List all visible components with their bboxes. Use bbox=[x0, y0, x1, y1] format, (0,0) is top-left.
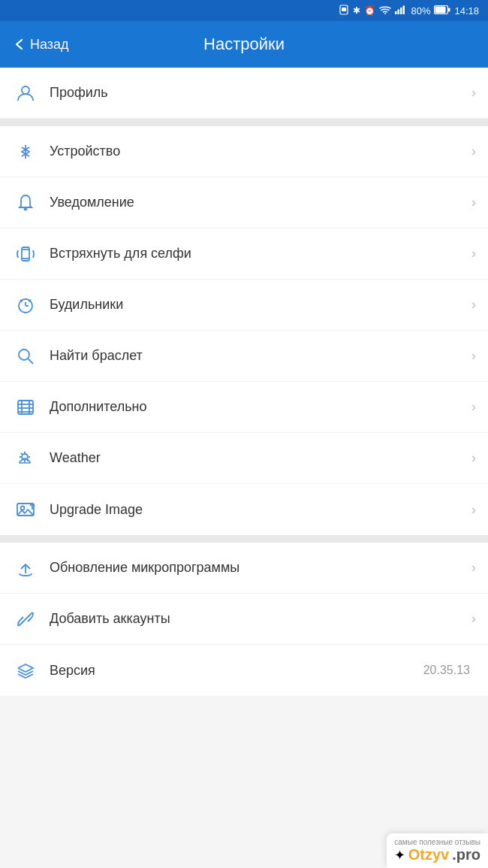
menu-item-additional[interactable]: Дополнительно › bbox=[0, 382, 488, 433]
menu-item-device[interactable]: Устройство › bbox=[0, 126, 488, 177]
menu-item-find[interactable]: Найти браслет › bbox=[0, 331, 488, 382]
notification-label: Уведомление bbox=[50, 195, 471, 210]
svg-rect-6 bbox=[403, 5, 405, 14]
image-upgrade-icon bbox=[12, 496, 39, 523]
wifi-icon bbox=[379, 5, 391, 17]
clock-icon bbox=[12, 292, 39, 319]
separator-1 bbox=[0, 119, 488, 126]
user-icon bbox=[12, 80, 39, 107]
back-label: Назад bbox=[30, 37, 69, 53]
chevron-icon: › bbox=[471, 85, 476, 101]
svg-line-22 bbox=[29, 358, 34, 364]
status-bar: ✱ ⏰ 80% 14:18 bbox=[0, 0, 488, 21]
status-icons: ✱ ⏰ 80% 14:18 bbox=[339, 5, 479, 17]
sim-icon bbox=[339, 5, 349, 17]
chevron-icon: › bbox=[471, 348, 476, 364]
svg-rect-9 bbox=[435, 6, 446, 13]
chevron-icon: › bbox=[471, 611, 476, 627]
svg-point-2 bbox=[384, 13, 386, 14]
settings-content: Профиль › Устройство › bbox=[0, 68, 488, 696]
weather-label: Weather bbox=[50, 450, 471, 466]
section-1: Профиль › Устройство › bbox=[0, 68, 488, 535]
chevron-icon: › bbox=[471, 450, 476, 466]
chevron-icon: › bbox=[471, 399, 476, 415]
menu-item-version: Версия 20.35.13 bbox=[0, 645, 488, 696]
separator-2 bbox=[0, 535, 488, 543]
find-label: Найти браслет bbox=[50, 348, 471, 364]
chevron-icon: › bbox=[471, 560, 476, 576]
svg-point-10 bbox=[22, 86, 29, 94]
menu-item-firmware[interactable]: Обновление микропрограммы › bbox=[0, 543, 488, 594]
svg-rect-3 bbox=[395, 11, 397, 14]
bluetooth-device-icon bbox=[12, 138, 39, 165]
svg-rect-8 bbox=[448, 8, 450, 11]
alarms-label: Будильники bbox=[50, 297, 471, 313]
bluetooth-icon: ✱ bbox=[353, 5, 360, 16]
menu-item-weather[interactable]: Weather › bbox=[0, 433, 488, 484]
otzyv-domain: .pro bbox=[452, 846, 480, 863]
back-button[interactable]: Назад bbox=[12, 37, 69, 53]
branding-logo: ✦ Otzyv.pro bbox=[394, 846, 480, 863]
time: 14:18 bbox=[454, 5, 479, 17]
bell-icon bbox=[12, 189, 39, 216]
version-label: Версия bbox=[50, 663, 423, 679]
branding-tagline: самые полезные отзывы bbox=[394, 838, 480, 846]
alarm-icon: ⏰ bbox=[364, 5, 375, 16]
menu-item-upgrade-image[interactable]: Upgrade Image › bbox=[0, 484, 488, 535]
layers-icon bbox=[12, 657, 39, 684]
svg-point-37 bbox=[21, 507, 25, 510]
search-icon bbox=[12, 343, 39, 370]
branding-icon: ✦ bbox=[394, 847, 405, 863]
firmware-icon bbox=[12, 555, 39, 582]
shake-icon bbox=[12, 240, 39, 268]
additional-label: Дополнительно bbox=[50, 399, 471, 415]
sliders-icon bbox=[12, 394, 39, 421]
chevron-icon: › bbox=[471, 195, 476, 210]
menu-item-profile[interactable]: Профиль › bbox=[0, 68, 488, 119]
chevron-icon: › bbox=[471, 502, 476, 518]
upgrade-image-label: Upgrade Image bbox=[50, 502, 471, 518]
chevron-icon: › bbox=[471, 297, 476, 313]
menu-item-alarms[interactable]: Будильники › bbox=[0, 280, 488, 331]
battery-icon bbox=[434, 5, 450, 17]
weather-icon bbox=[12, 445, 39, 472]
selfie-label: Встряхнуть для селфи bbox=[50, 246, 471, 262]
firmware-label: Обновление микропрограммы bbox=[50, 560, 471, 576]
svg-rect-5 bbox=[400, 8, 402, 14]
battery-percentage: 80% bbox=[411, 5, 430, 17]
device-label: Устройство bbox=[50, 144, 471, 159]
profile-label: Профиль bbox=[50, 85, 471, 101]
svg-rect-4 bbox=[398, 9, 400, 14]
header: Назад Настройки bbox=[0, 21, 488, 68]
menu-item-accounts[interactable]: Добавить аккаунты › bbox=[0, 594, 488, 645]
branding-area: самые полезные отзывы ✦ Otzyv.pro bbox=[387, 833, 488, 868]
menu-item-notification[interactable]: Уведомление › bbox=[0, 177, 488, 228]
menu-item-selfie[interactable]: Встряхнуть для селфи › bbox=[0, 228, 488, 280]
chevron-icon: › bbox=[471, 144, 476, 159]
link-icon bbox=[12, 606, 39, 633]
chevron-icon: › bbox=[471, 246, 476, 262]
page-title: Настройки bbox=[203, 35, 285, 54]
signal-icon bbox=[395, 5, 407, 17]
svg-point-21 bbox=[19, 349, 29, 360]
otzyv-text: Otzyv bbox=[408, 846, 449, 863]
svg-line-34 bbox=[21, 453, 23, 455]
version-value: 20.35.13 bbox=[423, 664, 470, 677]
accounts-label: Добавить аккаунты bbox=[50, 611, 471, 627]
svg-rect-1 bbox=[342, 8, 346, 11]
section-2: Обновление микропрограммы › Добавить акк… bbox=[0, 543, 488, 696]
